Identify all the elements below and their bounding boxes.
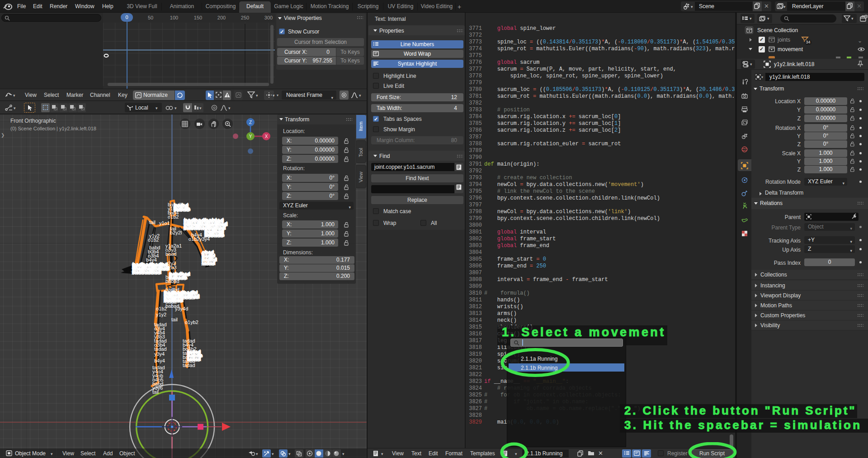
svg-text:X: X [265, 134, 268, 139]
svg-text:y3y4: y3y4 [199, 236, 210, 242]
svg-text:badbadbad: badbadbad [132, 268, 161, 275]
svg-text:y1y2: y1y2 [156, 312, 166, 317]
svg-text:b4y4: b4y4 [146, 257, 157, 262]
svg-text:y3y4d: y3y4d [175, 306, 188, 311]
svg-text:tail: tail [149, 219, 156, 225]
svg-text:babad: babad [165, 278, 179, 284]
svg-text:o1b2: o1b2 [156, 306, 167, 311]
svg-text:tail: tail [152, 389, 159, 395]
svg-text:o1b2: o1b2 [168, 214, 179, 219]
svg-text:bbadl: bbadl [183, 295, 195, 301]
svg-text:Y: Y [249, 134, 252, 139]
svg-text:o1b2: o1b2 [148, 237, 159, 243]
svg-text:tadad: tadad [202, 260, 215, 265]
svg-text:y1o1: y1o1 [159, 220, 170, 226]
svg-text:tadad: tadad [183, 363, 195, 368]
svg-text:tail: tail [171, 317, 178, 322]
svg-text:o1yb2: o1yb2 [185, 320, 198, 325]
svg-text:b2y2l: b2y2l [170, 230, 182, 235]
svg-text:o1b2: o1b2 [189, 236, 199, 242]
svg-text:Z: Z [249, 120, 252, 125]
svg-text:baad: baad [165, 251, 176, 257]
svg-text:b4y4: b4y4 [154, 358, 165, 363]
svg-text:y3y4: y3y4 [154, 351, 165, 357]
svg-text:o2b3: o2b3 [165, 265, 176, 270]
